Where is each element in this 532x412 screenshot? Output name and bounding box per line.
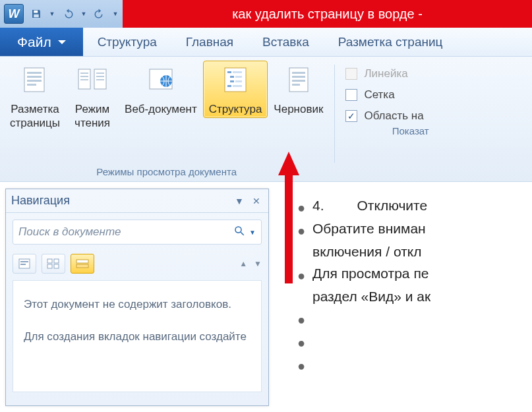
tab-file[interactable]: Файл [0, 28, 83, 56]
word-app-icon[interactable]: W [4, 4, 24, 24]
doc-text: включения / откл [312, 241, 421, 263]
title-bar: W ▼ ▼ ▼ как удалить страницу в ворде - [0, 0, 532, 28]
doc-text: Обратите вниман [312, 218, 426, 240]
svg-line-32 [241, 232, 244, 235]
tab-home[interactable]: Главная [171, 28, 248, 56]
svg-rect-18 [227, 71, 231, 73]
view-outline-label: Структура [209, 102, 262, 116]
svg-rect-24 [227, 85, 231, 87]
doc-num: 4. [312, 198, 324, 213]
navigation-pane-header: Навигация ▼ ✕ [6, 189, 268, 213]
svg-rect-0 [34, 11, 38, 13]
doc-row: ● [290, 307, 532, 330]
doc-text: Для просмотра пе [312, 263, 429, 285]
checkbox-navigation-pane[interactable]: ✓ Область на [345, 109, 423, 123]
svg-rect-12 [96, 73, 104, 74]
save-button[interactable] [28, 5, 45, 22]
view-web-layout-button[interactable]: Веб-документ [119, 61, 203, 118]
ribbon-separator [334, 65, 335, 163]
quick-access-toolbar: W ▼ ▼ ▼ [0, 0, 123, 28]
view-draft-button[interactable]: Черновик [268, 61, 329, 118]
svg-rect-22 [230, 80, 234, 82]
svg-rect-37 [54, 259, 59, 263]
bullet-icon-empty [290, 241, 312, 244]
checkbox-ruler: Линейка [345, 67, 423, 80]
navigation-pane-title: Навигация [11, 194, 70, 208]
checkbox-gridlines[interactable]: Сетка [345, 88, 423, 102]
doc-row: ● [290, 330, 532, 353]
tab-insert[interactable]: Вставка [248, 28, 324, 56]
view-outline-button[interactable]: Структура [203, 61, 268, 118]
doc-row: ● Для просмотра пе [290, 263, 532, 286]
window-title: как удалить страницу в ворде - [123, 0, 532, 28]
navigation-pane-menu[interactable]: ▼ [233, 194, 246, 208]
svg-rect-11 [80, 79, 88, 80]
nav-tab-pages[interactable] [42, 254, 65, 274]
redo-button[interactable] [91, 5, 108, 22]
navigation-body: Этот документ не содержит заголовков. Дл… [13, 280, 262, 392]
navigation-search-placeholder: Поиск в документе [18, 225, 121, 239]
search-dropdown[interactable]: ▼ [249, 229, 256, 236]
checkbox-gridlines-label: Сетка [364, 88, 394, 102]
draft-icon [283, 64, 314, 96]
view-web-layout-label: Веб-документ [125, 102, 197, 116]
nav-next[interactable]: ▼ [254, 259, 262, 268]
view-draft-label: Черновик [274, 102, 323, 116]
svg-rect-1 [34, 15, 39, 18]
navigation-search-input[interactable]: Поиск в документе ▼ [13, 220, 262, 245]
svg-rect-40 [76, 260, 88, 263]
doc-row: ● 4.Отключите [290, 195, 532, 218]
svg-rect-29 [292, 80, 305, 82]
view-reading-mode-button[interactable]: Режим чтения [66, 61, 119, 132]
ribbon-tabs: Файл Структура Главная Вставка Разметка … [0, 28, 532, 57]
bullet-icon: ● [290, 307, 312, 330]
qat-customize[interactable]: ▼ [112, 5, 119, 22]
doc-text: раздел «Вид» и ак [312, 286, 430, 308]
svg-rect-13 [96, 76, 104, 77]
tab-structure[interactable]: Структура [83, 28, 171, 56]
view-print-layout-button[interactable]: Разметка страницы [4, 61, 66, 132]
reading-mode-icon [76, 64, 108, 96]
ribbon-group-views-label: Режимы просмотра документа [96, 163, 237, 181]
view-reading-mode-label: Режим чтения [74, 102, 110, 131]
doc-row: ● [290, 353, 532, 376]
checkbox-ruler-label: Линейка [364, 67, 407, 80]
tab-page-layout[interactable]: Разметка страниц [324, 28, 458, 56]
svg-rect-19 [233, 71, 242, 73]
navigation-body-p2: Для создания вкладок навигации создайте [24, 329, 251, 345]
svg-rect-4 [27, 76, 42, 78]
doc-row: включения / откл [290, 241, 532, 263]
svg-rect-35 [20, 264, 26, 265]
svg-rect-41 [76, 264, 88, 268]
checkbox-icon [345, 89, 357, 101]
print-layout-icon [19, 64, 51, 96]
bullet-icon: ● [290, 218, 312, 241]
checkbox-navigation-pane-label: Область на [364, 109, 423, 123]
doc-row: раздел «Вид» и ак [290, 286, 532, 308]
undo-button[interactable] [59, 5, 76, 22]
qat-dropdown[interactable]: ▼ [49, 5, 55, 22]
outline-icon [220, 64, 251, 96]
ribbon-group-views: Разметка страницы Режим чтения Веб-докум… [0, 61, 333, 181]
search-icon[interactable] [233, 225, 245, 240]
doc-text: Отключите [357, 198, 428, 213]
ribbon-group-show: Линейка Сетка ✓ Область на Показат [336, 61, 432, 181]
navigation-body-p1: Этот документ не содержит заголовков. [24, 297, 251, 313]
navigation-pane-close[interactable]: ✕ [250, 194, 263, 208]
svg-rect-34 [20, 261, 28, 262]
bullet-icon: ● [290, 353, 312, 376]
svg-rect-38 [47, 264, 52, 268]
nav-tab-results[interactable] [71, 254, 94, 274]
svg-rect-36 [47, 259, 52, 263]
nav-tab-headings[interactable] [13, 254, 36, 274]
svg-rect-23 [235, 80, 242, 82]
checkbox-icon: ✓ [345, 110, 357, 122]
svg-rect-10 [80, 76, 88, 77]
undo-dropdown[interactable]: ▼ [80, 5, 87, 22]
nav-prev[interactable]: ▲ [239, 259, 247, 268]
document-area[interactable]: ● 4.Отключите ● Обратите вниман включени… [277, 189, 532, 412]
ribbon-group-show-label: Показат [392, 123, 429, 140]
svg-rect-39 [54, 264, 59, 268]
doc-row: ● Обратите вниман [290, 218, 532, 241]
bullet-icon: ● [290, 330, 312, 353]
